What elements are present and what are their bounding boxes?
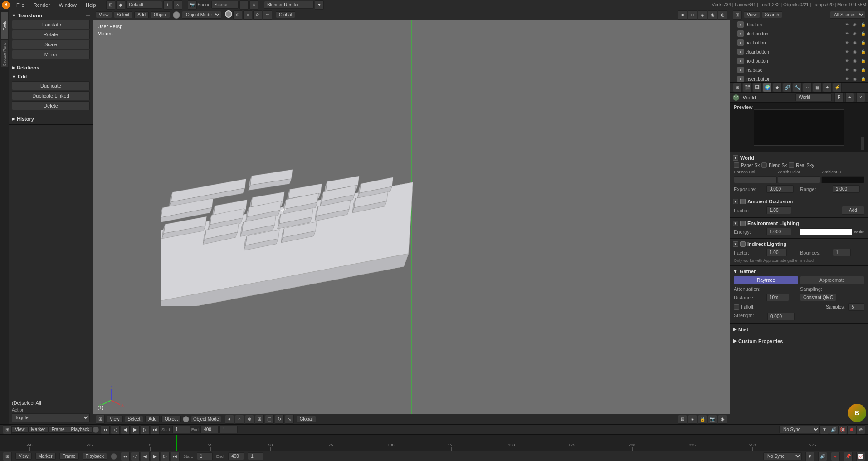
tab-render[interactable]: 🎬 xyxy=(743,83,752,92)
snap-type-icon[interactable]: ◫ xyxy=(265,415,274,424)
status-play[interactable]: ▶ xyxy=(151,452,160,461)
item-insertbutton-lock[interactable]: 🔒 xyxy=(860,76,866,82)
edit-header[interactable]: ▼ Edit — xyxy=(9,73,93,80)
layer-icon[interactable]: ⊞ xyxy=(678,415,687,424)
tab-constraint[interactable]: 🔗 xyxy=(783,83,792,92)
snap-icon[interactable]: ⊞ xyxy=(255,415,264,424)
falloff-checkbox[interactable] xyxy=(734,304,739,310)
zenith-color-swatch[interactable] xyxy=(778,176,821,183)
status-step-back[interactable]: ◁ xyxy=(131,452,140,461)
status-current-frame[interactable] xyxy=(248,452,263,460)
global-local-btn[interactable]: Global xyxy=(276,11,295,18)
env-color-swatch[interactable] xyxy=(800,228,852,235)
tab-scene[interactable]: 🎞 xyxy=(753,83,762,92)
history-header[interactable]: ▶ History — xyxy=(9,115,93,123)
blend-sky-checkbox[interactable] xyxy=(761,162,767,168)
item-insbase-lock[interactable]: 🔒 xyxy=(860,67,866,73)
viewport-mode-circle[interactable] xyxy=(173,11,180,19)
outliner-item-9button[interactable]: ● 9.button 👁 ◉ 🔒 xyxy=(730,20,868,29)
step-back-btn[interactable]: ◁ xyxy=(111,425,120,434)
footer-select-btn[interactable]: Select xyxy=(125,416,144,422)
record-icon[interactable]: ⏺ xyxy=(847,425,856,434)
renderer-field[interactable] xyxy=(264,1,314,9)
status-graph[interactable]: 📈 xyxy=(856,452,865,461)
constant-field[interactable] xyxy=(800,294,836,301)
item-clearbutton-render[interactable]: ◉ xyxy=(852,49,858,55)
item-9button-lock[interactable]: 🔒 xyxy=(860,21,866,28)
menu-file[interactable]: File xyxy=(14,1,27,9)
overlay-icon[interactable]: ◈ xyxy=(688,415,697,424)
close-workspace-icon[interactable]: × xyxy=(173,0,182,10)
footer-view-btn[interactable]: View xyxy=(107,416,123,422)
scene-field[interactable] xyxy=(211,1,239,9)
status-jump-end[interactable]: ⏭ xyxy=(171,452,180,461)
samples-field[interactable] xyxy=(848,303,864,311)
status-start-field[interactable] xyxy=(197,452,213,460)
env-lighting-checkbox[interactable] xyxy=(740,221,746,226)
workspace-field[interactable] xyxy=(126,1,162,9)
status-frame-btn[interactable]: Frame xyxy=(59,453,79,460)
item-alertbutton-render[interactable]: ◉ xyxy=(852,30,858,37)
renderer-icon[interactable]: ▼ xyxy=(315,0,324,10)
item-clearbutton-eye[interactable]: 👁 xyxy=(844,49,850,55)
range-field[interactable] xyxy=(833,185,860,193)
real-sky-checkbox[interactable] xyxy=(789,162,794,168)
world-name-field[interactable] xyxy=(795,93,832,101)
jump-end-btn[interactable]: ⏭ xyxy=(151,425,160,434)
mirror-btn[interactable]: Mirror xyxy=(12,50,90,59)
snapping-icon[interactable]: ⊕ xyxy=(233,10,242,20)
indirect-checkbox[interactable] xyxy=(740,241,746,247)
delete-btn[interactable]: Delete xyxy=(12,101,90,110)
vtab-tools[interactable]: Tools xyxy=(0,12,9,39)
world-add-btn[interactable]: + xyxy=(845,93,854,102)
timeline-icon[interactable]: ⊞ xyxy=(3,425,12,434)
search-tab[interactable]: Search xyxy=(762,11,783,18)
camera-vp-icon[interactable]: 📷 xyxy=(708,415,717,424)
strength-field[interactable] xyxy=(767,313,795,320)
bounces-field[interactable] xyxy=(833,249,851,256)
tab-modifier[interactable]: 🔧 xyxy=(793,83,802,92)
item-insertbutton-render[interactable]: ◉ xyxy=(852,76,858,82)
view-tab[interactable]: View xyxy=(744,11,760,18)
object-mode-display[interactable]: Object Mode xyxy=(191,416,221,422)
item-batbutton-eye[interactable]: 👁 xyxy=(844,39,850,46)
item-batbutton-render[interactable]: ◉ xyxy=(852,39,858,46)
status-audio[interactable]: 🔊 xyxy=(818,452,827,461)
sync-clamp-icon[interactable]: ⊕ xyxy=(856,425,865,434)
ao-checkbox[interactable]: ▼ xyxy=(733,199,738,204)
timeline-playback-btn[interactable]: Playback xyxy=(68,426,93,433)
tab-object[interactable]: ◆ xyxy=(773,83,782,92)
world-close-btn[interactable]: × xyxy=(856,93,865,102)
env-lighting-expand[interactable]: ▼ xyxy=(733,221,738,226)
status-marker-btn[interactable]: Marker xyxy=(35,453,56,460)
preview-scrollbar[interactable] xyxy=(861,137,864,150)
view-rendered-icon[interactable]: ◉ xyxy=(708,10,717,20)
outliner-item-holdbutton[interactable]: ● hold.button 👁 ◉ 🔒 xyxy=(730,56,868,65)
tab-texture[interactable]: ▦ xyxy=(813,83,822,92)
outliner-icon[interactable]: ⊞ xyxy=(733,10,742,20)
item-holdbutton-lock[interactable]: 🔒 xyxy=(860,58,866,64)
view-btn[interactable]: View xyxy=(96,11,112,18)
world-settings-header[interactable]: ▼ World xyxy=(730,154,868,162)
indirect-factor-field[interactable] xyxy=(766,249,787,256)
play-back-btn[interactable]: ◀ xyxy=(121,425,130,434)
outliner-item-insertbutton[interactable]: ● insert.button 👁 ◉ 🔒 xyxy=(730,74,868,83)
select-btn[interactable]: Select xyxy=(114,11,133,18)
status-mute[interactable]: ● xyxy=(831,452,840,461)
tab-material[interactable]: ○ xyxy=(803,83,812,92)
item-alertbutton-lock[interactable]: 🔒 xyxy=(860,30,866,37)
mist-header[interactable]: ▶ Mist xyxy=(730,325,868,333)
menu-render[interactable]: Render xyxy=(31,1,53,9)
rotate-icon[interactable]: ↻ xyxy=(275,415,284,424)
prop-edit-icon[interactable]: ○ xyxy=(243,10,252,20)
start-frame[interactable] xyxy=(172,426,190,433)
status-icon[interactable]: ⊞ xyxy=(3,452,12,461)
outliner-item-clearbutton[interactable]: ● clear.button 👁 ◉ 🔒 xyxy=(730,47,868,56)
status-play-back[interactable]: ◀ xyxy=(141,452,150,461)
play-btn[interactable]: ▶ xyxy=(131,425,140,434)
timeline-mode-icon[interactable] xyxy=(93,427,99,433)
item-alertbutton-eye[interactable]: 👁 xyxy=(844,30,850,37)
status-jump-start[interactable]: ⏮ xyxy=(121,452,130,461)
status-mode-icon[interactable] xyxy=(111,453,117,460)
close-scene-icon[interactable]: × xyxy=(249,0,258,10)
